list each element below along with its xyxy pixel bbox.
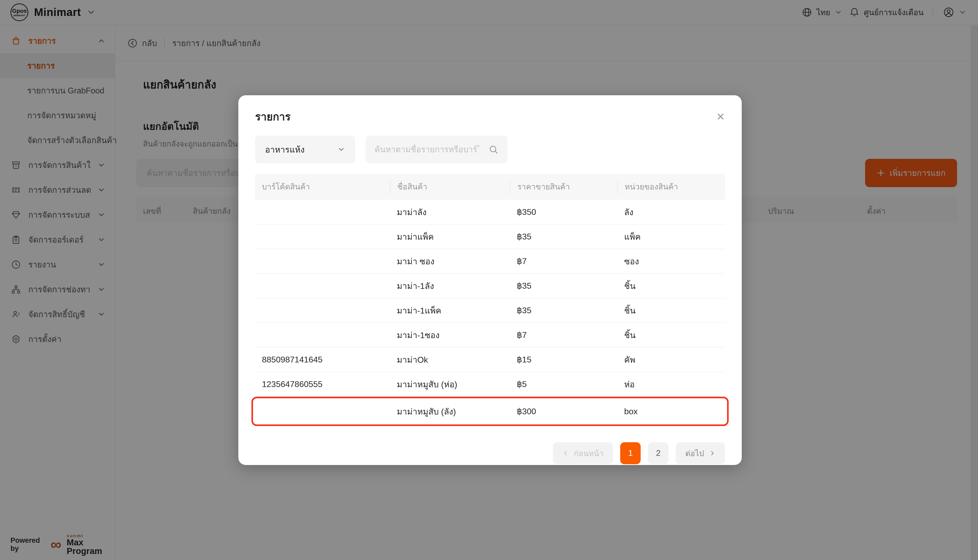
modal-table-header: บาร์โค้ดสินค้า ชื่อสินค้า ราคาขายสินค้า … bbox=[255, 174, 725, 200]
table-row[interactable]: มาม่า ซอง ฿7 ซอง bbox=[255, 249, 725, 274]
cell-name: มาม่าลัง bbox=[390, 205, 510, 219]
cell-price: ฿35 bbox=[510, 305, 617, 315]
cell-price: ฿350 bbox=[510, 207, 617, 217]
cell-barcode: 8850987141645 bbox=[255, 355, 390, 365]
cell-unit: ลัง bbox=[617, 205, 725, 219]
search-icon bbox=[488, 144, 499, 155]
cell-name: มาม่าOk bbox=[390, 353, 510, 367]
pagination-page-2[interactable]: 2 bbox=[648, 442, 669, 464]
table-row[interactable]: 8850987141645 มาม่าOk ฿15 คัพ bbox=[255, 348, 725, 372]
cell-unit: คัพ bbox=[617, 353, 725, 367]
chevron-left-icon bbox=[562, 450, 569, 457]
modal-title: รายการ bbox=[255, 108, 291, 125]
highlighted-row-border: มาม่าหมูสับ (ลัง) ฿300 box bbox=[251, 397, 729, 426]
table-row[interactable]: มาม่าลัง ฿350 ลัง bbox=[255, 200, 725, 225]
cell-name: มาม่า-1ซอง bbox=[390, 328, 510, 342]
table-row[interactable]: มาม่า-1ซอง ฿7 ชิ้น bbox=[255, 323, 725, 348]
close-icon[interactable]: ✕ bbox=[716, 112, 725, 122]
cell-price: ฿7 bbox=[510, 256, 617, 266]
pagination-page-1[interactable]: 1 bbox=[620, 442, 641, 464]
select-chevron-down-icon bbox=[337, 145, 345, 153]
column-header-price: ราคาขายสินค้า bbox=[510, 180, 617, 193]
column-header-unit: หน่วยของสินค้า bbox=[617, 180, 725, 193]
modal-search-input[interactable]: ค้นหาตามชื่อรายการหรือบาร์โค้ด bbox=[366, 135, 508, 163]
table-row-highlighted[interactable]: มาม่าหมูสับ (ลัง) ฿300 box bbox=[255, 398, 725, 425]
cell-unit: ชิ้น bbox=[617, 328, 725, 342]
chevron-right-icon bbox=[709, 450, 716, 457]
category-select[interactable]: อาหารแห้ง bbox=[255, 135, 355, 163]
cell-name: มาม่า-1แพ็ค bbox=[390, 304, 510, 317]
table-row[interactable]: มาม่าแพ็ค ฿35 แพ็ค bbox=[255, 225, 725, 249]
cell-name: มาม่า-1ลัง bbox=[390, 279, 510, 293]
cell-unit: ชิ้น bbox=[617, 279, 725, 293]
cell-unit: box bbox=[617, 407, 725, 416]
cell-name: มาม่า ซอง bbox=[390, 255, 510, 268]
modal-table: บาร์โค้ดสินค้า ชื่อสินค้า ราคาขายสินค้า … bbox=[255, 174, 725, 426]
cell-price: ฿15 bbox=[510, 355, 617, 365]
cell-price: ฿5 bbox=[510, 379, 617, 389]
column-header-barcode: บาร์โค้ดสินค้า bbox=[255, 180, 390, 193]
cell-unit: ห่อ bbox=[617, 378, 725, 391]
cell-price: ฿7 bbox=[510, 330, 617, 340]
pagination: ก่อนหน้า 1 2 ต่อไป bbox=[238, 426, 742, 464]
cell-price: ฿35 bbox=[510, 281, 617, 291]
cell-price: ฿300 bbox=[510, 407, 617, 416]
app-root: Gpos MINIMART Minimart ไทย bbox=[0, 0, 978, 560]
pagination-next-label: ต่อไป bbox=[685, 447, 704, 460]
cell-name: มาม่าแพ็ค bbox=[390, 230, 510, 243]
table-row[interactable]: มาม่า-1แพ็ค ฿35 ชิ้น bbox=[255, 298, 725, 323]
category-select-value: อาหารแห้ง bbox=[265, 143, 304, 156]
cell-unit: ซอง bbox=[617, 255, 725, 268]
pagination-next-button[interactable]: ต่อไป bbox=[676, 442, 725, 464]
table-row[interactable]: 1235647860555 มาม่าหมูสับ (ห่อ) ฿5 ห่อ bbox=[255, 372, 725, 397]
cell-unit: แพ็ค bbox=[617, 230, 725, 243]
table-row[interactable]: มาม่า-1ลัง ฿35 ชิ้น bbox=[255, 274, 725, 298]
modal-search-placeholder: ค้นหาตามชื่อรายการหรือบาร์โค้ด bbox=[374, 143, 479, 156]
pagination-prev-button[interactable]: ก่อนหน้า bbox=[553, 442, 613, 464]
column-header-name: ชื่อสินค้า bbox=[390, 180, 510, 193]
items-modal: รายการ ✕ อาหารแห้ง ค้นหาตามชื่อรายการหรื… bbox=[238, 95, 742, 465]
cell-unit: ชิ้น bbox=[617, 304, 725, 317]
cell-name: มาม่าหมูสับ (ห่อ) bbox=[390, 378, 510, 391]
cell-price: ฿35 bbox=[510, 232, 617, 242]
cell-name: มาม่าหมูสับ (ลัง) bbox=[390, 405, 510, 418]
pagination-prev-label: ก่อนหน้า bbox=[574, 447, 604, 460]
cell-barcode: 1235647860555 bbox=[255, 380, 390, 389]
